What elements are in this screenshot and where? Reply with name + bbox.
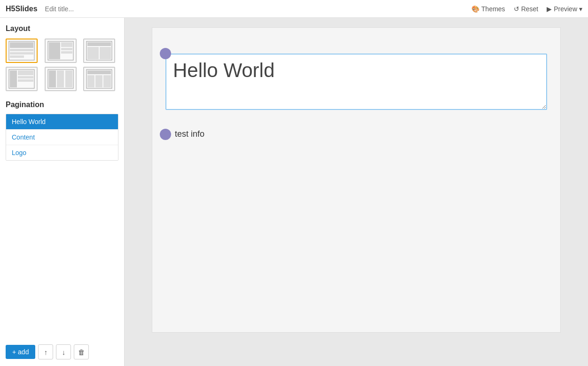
svg-rect-20 [49, 70, 56, 87]
svg-rect-16 [18, 70, 33, 75]
svg-rect-6 [49, 42, 60, 59]
move-down-button[interactable]: ↓ [56, 344, 71, 359]
header-actions: 🎨 Themes ↺ Reset ▶ Preview ▾ [471, 5, 582, 13]
header: H5Slides 🎨 Themes ↺ Reset ▶ Preview ▾ [0, 0, 588, 18]
title-drag-handle[interactable] [160, 48, 171, 59]
add-button[interactable]: + add [6, 345, 35, 359]
layout-thumb-6[interactable] [83, 67, 115, 91]
pagination-item-0[interactable]: Hello World [6, 114, 118, 130]
svg-rect-1 [10, 42, 33, 48]
canvas-area: test info [125, 18, 588, 366]
svg-rect-21 [57, 70, 64, 87]
layout-thumb-5[interactable] [45, 67, 77, 91]
svg-rect-17 [18, 76, 33, 78]
svg-rect-9 [61, 51, 72, 54]
sidebar-bottom: + add ↑ ↓ 🗑 [6, 340, 118, 359]
pagination-item-2[interactable]: Logo [6, 145, 118, 160]
preview-button[interactable]: ▶ Preview ▾ [547, 5, 582, 13]
svg-rect-8 [61, 48, 72, 50]
svg-rect-3 [10, 52, 33, 55]
delete-button[interactable]: 🗑 [74, 344, 89, 359]
svg-rect-12 [87, 47, 99, 59]
svg-rect-11 [87, 42, 111, 46]
themes-icon: 🎨 [471, 5, 479, 13]
title-input[interactable] [45, 5, 471, 13]
svg-rect-13 [100, 47, 111, 59]
svg-rect-18 [18, 79, 33, 82]
svg-rect-27 [103, 75, 111, 87]
svg-rect-7 [61, 42, 72, 47]
move-up-button[interactable]: ↑ [38, 344, 53, 359]
svg-rect-15 [10, 70, 17, 87]
pagination-section-title: Pagination [6, 101, 118, 109]
preview-icon: ▶ [547, 5, 552, 13]
reset-button[interactable]: ↺ Reset [514, 5, 539, 13]
layout-thumb-1[interactable] [6, 39, 38, 63]
svg-rect-2 [10, 49, 33, 51]
layout-grid [6, 39, 118, 91]
title-textarea[interactable] [165, 54, 547, 110]
main-container: Layout [0, 18, 588, 366]
app-brand: H5Slides [6, 5, 38, 13]
svg-rect-24 [87, 70, 111, 74]
layout-thumb-3[interactable] [83, 39, 115, 63]
reset-icon: ↺ [514, 5, 519, 13]
svg-rect-4 [10, 55, 24, 58]
svg-rect-26 [95, 75, 102, 87]
content-text: test info [175, 126, 204, 142]
layout-section-title: Layout [6, 24, 118, 33]
slide-canvas: test info [152, 27, 561, 333]
layout-thumb-2[interactable] [45, 39, 77, 63]
svg-rect-25 [87, 75, 94, 87]
svg-rect-22 [65, 70, 72, 87]
content-drag-handle[interactable] [160, 129, 171, 140]
sidebar: Layout [0, 18, 125, 366]
title-element-wrapper [165, 54, 547, 111]
preview-dropdown-icon: ▾ [579, 5, 582, 13]
layout-thumb-4[interactable] [6, 67, 38, 91]
pagination-list: Hello World Content Logo [6, 114, 118, 161]
pagination-item-1[interactable]: Content [6, 130, 118, 145]
themes-button[interactable]: 🎨 Themes [471, 5, 505, 13]
content-element-wrapper: test info [165, 126, 204, 142]
